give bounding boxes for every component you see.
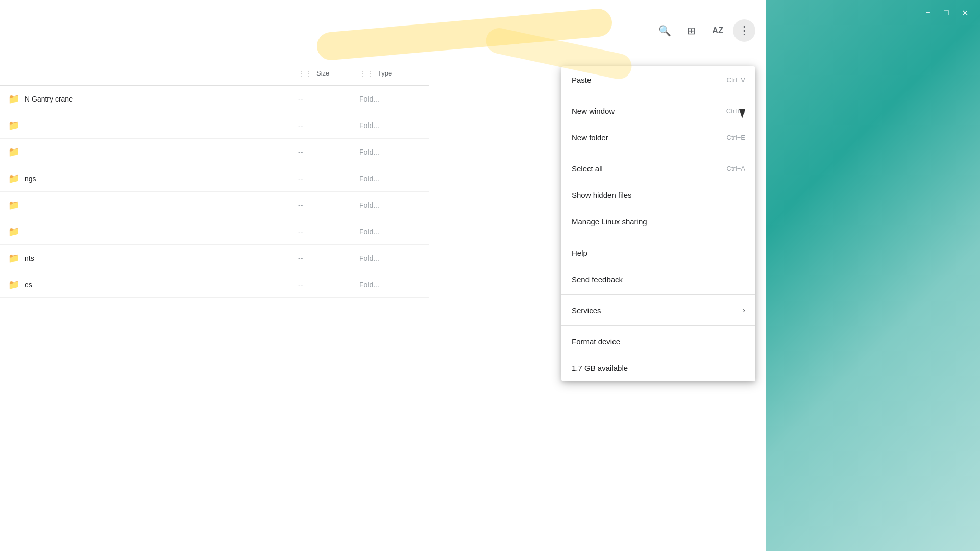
context-menu: Paste Ctrl+V New window Ctrl+N New folde…	[561, 66, 755, 381]
folder-icon: 📁	[8, 226, 19, 237]
menu-item-new-folder[interactable]: New folder Ctrl+E	[561, 124, 755, 151]
folder-icon: 📁	[8, 93, 19, 105]
menu-item-new-window[interactable]: New window Ctrl+N	[561, 97, 755, 124]
file-type: Fold...	[359, 201, 379, 209]
file-list-header: ⋮⋮ Size ⋮⋮ Type	[0, 61, 429, 86]
menu-label-new-folder: New folder	[572, 133, 727, 142]
file-size: --	[298, 148, 303, 156]
file-type: Fold...	[359, 281, 379, 289]
menu-label-paste: Paste	[572, 76, 727, 84]
search-button[interactable]: 🔍	[653, 19, 676, 42]
type-col-label: Type	[378, 69, 392, 77]
sort-button[interactable]: AZ	[706, 19, 729, 42]
file-type: Fold...	[359, 228, 379, 236]
minimize-button[interactable]: −	[921, 6, 935, 20]
file-type: Fold...	[359, 174, 379, 183]
table-row[interactable]: 📁 N Gantry crane -- Fold...	[0, 86, 429, 112]
divider-after-services	[561, 325, 755, 326]
menu-item-show-hidden[interactable]: Show hidden files	[561, 182, 755, 208]
file-name: es	[24, 281, 32, 289]
table-row[interactable]: 📁 ngs -- Fold...	[0, 165, 429, 192]
background-decoration	[766, 0, 980, 551]
menu-item-storage-available[interactable]: 1.7 GB available	[561, 355, 755, 381]
menu-label-new-window: New window	[572, 107, 726, 115]
file-name: nts	[24, 254, 34, 262]
menu-label-format-device: Format device	[572, 337, 745, 346]
file-type: Fold...	[359, 254, 379, 262]
maximize-button[interactable]: □	[939, 6, 953, 20]
menu-label-storage-available: 1.7 GB available	[572, 364, 745, 372]
file-list: ⋮⋮ Size ⋮⋮ Type 📁 N Gantry crane -- Fold…	[0, 61, 429, 298]
folder-icon: 📁	[8, 199, 19, 211]
menu-label-send-feedback: Send feedback	[572, 275, 745, 284]
divider-after-send-feedback	[561, 294, 755, 295]
divider-after-new-folder	[561, 153, 755, 153]
grid-view-button[interactable]: ⊞	[680, 19, 702, 42]
close-button[interactable]: ✕	[958, 6, 972, 20]
col-type-header: ⋮⋮ Type	[359, 69, 421, 78]
toolbar: 🔍 ⊞ AZ ⋮	[337, 0, 766, 61]
table-row[interactable]: 📁 -- Fold...	[0, 192, 429, 218]
size-col-label: Size	[316, 69, 329, 77]
file-size: --	[298, 228, 303, 236]
col-size-header: ⋮⋮ Size	[298, 69, 359, 78]
menu-label-manage-linux: Manage Linux sharing	[572, 217, 745, 226]
file-type: Fold...	[359, 148, 379, 156]
shortcut-new-window: Ctrl+N	[726, 107, 745, 115]
folder-icon: 📁	[8, 120, 19, 131]
table-row[interactable]: 📁 -- Fold...	[0, 218, 429, 245]
file-size: --	[298, 95, 303, 103]
shortcut-select-all: Ctrl+A	[727, 165, 745, 172]
search-icon: 🔍	[658, 24, 671, 37]
table-row[interactable]: 📁 -- Fold...	[0, 139, 429, 165]
shortcut-paste: Ctrl+V	[727, 76, 745, 84]
table-row[interactable]: 📁 nts -- Fold...	[0, 245, 429, 271]
divider-after-paste	[561, 95, 755, 95]
file-name: ngs	[24, 174, 36, 183]
menu-item-select-all[interactable]: Select all Ctrl+A	[561, 155, 755, 182]
file-type: Fold...	[359, 121, 379, 130]
menu-label-services: Services	[572, 306, 743, 315]
table-row[interactable]: 📁 es -- Fold...	[0, 271, 429, 298]
folder-icon: 📁	[8, 279, 19, 290]
shortcut-new-folder: Ctrl+E	[727, 134, 745, 141]
menu-item-help[interactable]: Help	[561, 239, 755, 266]
table-row[interactable]: 📁 -- Fold...	[0, 112, 429, 139]
folder-icon: 📁	[8, 173, 19, 184]
file-type: Fold...	[359, 95, 379, 103]
more-options-button[interactable]: ⋮	[733, 19, 755, 42]
grid-icon: ⊞	[687, 24, 696, 37]
type-drag-handle[interactable]: ⋮⋮	[359, 69, 374, 78]
menu-item-manage-linux[interactable]: Manage Linux sharing	[561, 208, 755, 235]
folder-icon: 📁	[8, 253, 19, 264]
size-drag-handle[interactable]: ⋮⋮	[298, 69, 312, 78]
file-rows-container: 📁 N Gantry crane -- Fold... 📁 -- Fold...…	[0, 86, 429, 298]
menu-label-show-hidden: Show hidden files	[572, 191, 745, 199]
file-size: --	[298, 174, 303, 183]
file-name: N Gantry crane	[24, 95, 73, 103]
sort-icon: AZ	[712, 26, 723, 35]
file-size: --	[298, 281, 303, 289]
file-size: --	[298, 121, 303, 130]
folder-icon: 📁	[8, 146, 19, 158]
menu-label-select-all: Select all	[572, 164, 727, 173]
menu-label-help: Help	[572, 248, 745, 257]
menu-item-paste[interactable]: Paste Ctrl+V	[561, 66, 755, 93]
menu-item-format-device[interactable]: Format device	[561, 328, 755, 355]
file-size: --	[298, 254, 303, 262]
file-size: --	[298, 201, 303, 209]
menu-item-services[interactable]: Services ›	[561, 297, 755, 323]
window-controls: − □ ✕	[766, 0, 980, 26]
submenu-arrow-services: ›	[743, 306, 745, 315]
menu-item-send-feedback[interactable]: Send feedback	[561, 266, 755, 292]
more-icon: ⋮	[739, 24, 750, 37]
divider-after-manage-linux	[561, 237, 755, 237]
